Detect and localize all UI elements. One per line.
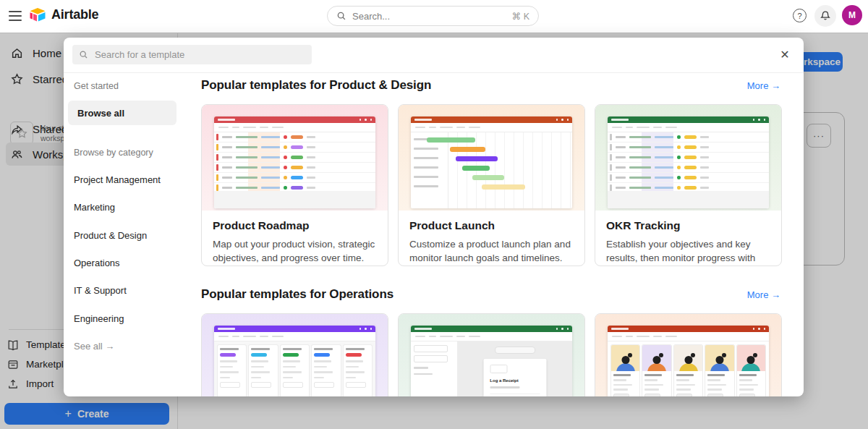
thumb-decoration	[469, 336, 480, 338]
hamburger-menu-icon[interactable]	[9, 11, 22, 21]
thumb-decoration	[314, 348, 333, 350]
thumb-decoration	[495, 347, 535, 354]
thumb-decoration	[214, 173, 375, 183]
thumb-decoration	[284, 156, 287, 159]
template-thumbnail	[595, 314, 781, 396]
thumb-decoration	[626, 336, 633, 338]
section-header: Popular templates for Operations More →	[201, 287, 780, 302]
thumb-decoration	[610, 184, 612, 191]
template-card-okr-tracking[interactable]: OKR Tracking Establish your objectives a…	[595, 104, 782, 266]
thumb-decoration	[414, 176, 438, 178]
nav-item-it-support[interactable]: IT & Support	[74, 285, 127, 296]
thumb-decoration	[291, 145, 303, 149]
mini-app-body	[608, 132, 769, 208]
thumb-decoration	[608, 132, 769, 143]
section-more-link[interactable]: More →	[747, 289, 780, 300]
mini-app-body	[411, 132, 572, 208]
thumb-decoration	[283, 353, 299, 357]
thumb-decoration	[700, 177, 709, 179]
thumb-decoration	[613, 388, 628, 391]
thumb-decoration	[429, 127, 436, 129]
template-card-product-roadmap[interactable]: Product Roadmap Map out your product vis…	[201, 104, 388, 266]
nav-item-operations[interactable]: Operations	[74, 258, 120, 268]
thumb-decoration	[705, 345, 733, 396]
thumb-decoration	[700, 187, 709, 189]
thumb-decoration	[462, 166, 490, 171]
nav-see-all-link[interactable]: See all →	[74, 341, 114, 352]
global-search[interactable]: Search... ⌘ K	[327, 6, 539, 26]
thumb-decoration	[758, 328, 760, 330]
nav-item-engineering[interactable]: Engineering	[74, 313, 124, 324]
thumb-decoration	[236, 177, 258, 179]
thumb-decoration	[653, 336, 662, 338]
thumb-decoration	[214, 143, 375, 153]
nav-item-marketing[interactable]: Marketing	[74, 202, 115, 213]
mini-person-avatar	[642, 345, 671, 371]
thumb-decoration	[722, 353, 726, 357]
thumb-decoration	[218, 345, 246, 396]
thumb-decoration	[684, 176, 697, 179]
template-card-operations-2[interactable]: Log a Receipt	[398, 313, 585, 396]
thumb-decoration	[764, 119, 766, 121]
airtable-brand[interactable]: Airtable	[29, 7, 98, 22]
section-more-link[interactable]: More →	[747, 80, 780, 91]
thumb-decoration	[655, 166, 673, 169]
thumb-decoration	[370, 119, 373, 121]
thumb-decoration	[440, 127, 453, 129]
template-card-operations-1[interactable]	[201, 313, 388, 396]
thumb-decoration	[236, 187, 258, 189]
thumb-decoration	[314, 377, 324, 379]
thumb-decoration	[314, 360, 331, 362]
template-card-product-launch[interactable]: Product Launch Customize a product launc…	[398, 104, 585, 266]
notifications-button[interactable]	[814, 5, 836, 27]
template-title: Product Roadmap	[213, 219, 377, 232]
thumb-decoration: Log a Receipt	[458, 341, 572, 396]
thumb-decoration	[284, 166, 287, 169]
thumb-decoration	[214, 153, 375, 163]
thumb-decoration	[739, 384, 758, 386]
nav-item-browse-all[interactable]: Browse all	[68, 101, 176, 125]
thumb-decoration	[307, 187, 315, 189]
nav-item-project-management[interactable]: Project Management	[74, 174, 161, 185]
thumb-decoration	[314, 353, 330, 357]
thumb-decoration	[220, 377, 230, 379]
thumb-decoration	[251, 360, 268, 362]
thumb-decoration	[232, 127, 239, 129]
mini-app-window	[608, 326, 769, 396]
thumb-decoration	[655, 136, 673, 138]
mini-app-toolbar	[214, 123, 375, 132]
thumb-decoration	[691, 353, 695, 357]
thumb-decoration	[710, 363, 729, 371]
template-card-operations-3[interactable]	[595, 313, 782, 396]
thumb-decoration	[700, 166, 709, 169]
mini-app-toolbar	[608, 332, 769, 341]
thumb-decoration	[611, 328, 629, 330]
thumb-decoration	[665, 336, 677, 338]
nav-item-product-design[interactable]: Product & Design	[74, 230, 147, 241]
thumb-decoration	[561, 119, 563, 121]
thumb-decoration	[359, 119, 362, 121]
thumb-decoration	[411, 341, 458, 396]
mini-app-titlebar	[608, 116, 769, 123]
thumb-decoration	[216, 144, 218, 150]
thumb-decoration	[629, 136, 651, 138]
thumb-decoration	[284, 135, 287, 139]
thumb-decoration	[291, 186, 303, 190]
thumb-decoration	[312, 345, 340, 396]
thumb-decoration	[251, 371, 270, 373]
thumb-decoration	[610, 144, 612, 150]
user-avatar[interactable]: M	[842, 5, 862, 25]
thumb-decoration	[684, 166, 697, 169]
thumb-decoration	[220, 360, 237, 362]
thumb-decoration	[414, 157, 438, 159]
thumb-decoration	[610, 174, 612, 181]
thumb-decoration	[414, 148, 438, 150]
bell-icon	[820, 10, 831, 22]
help-icon[interactable]: ?	[793, 9, 807, 22]
thumb-decoration	[567, 119, 569, 121]
thumb-decoration	[216, 184, 218, 191]
mini-app-body	[214, 132, 375, 208]
thumb-decoration	[647, 363, 666, 371]
thumb-decoration	[260, 127, 268, 129]
thumb-decoration	[610, 154, 612, 161]
